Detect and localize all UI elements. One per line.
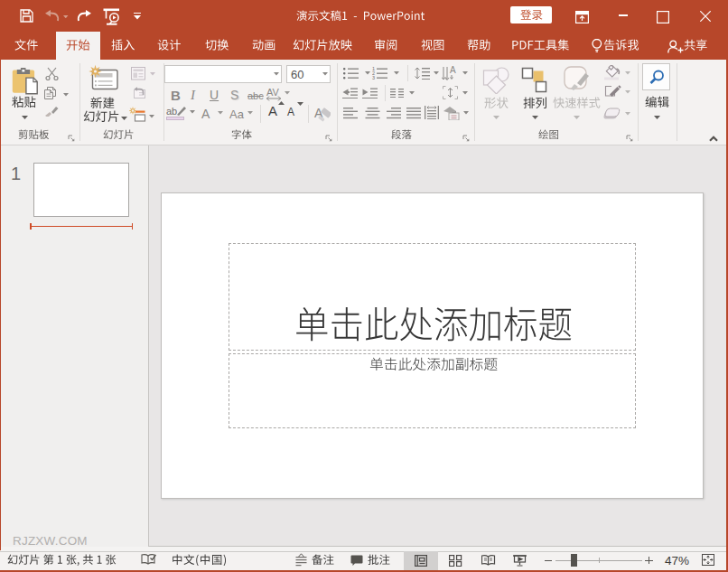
- svg-text:A: A: [450, 66, 456, 75]
- svg-text:3: 3: [372, 75, 375, 80]
